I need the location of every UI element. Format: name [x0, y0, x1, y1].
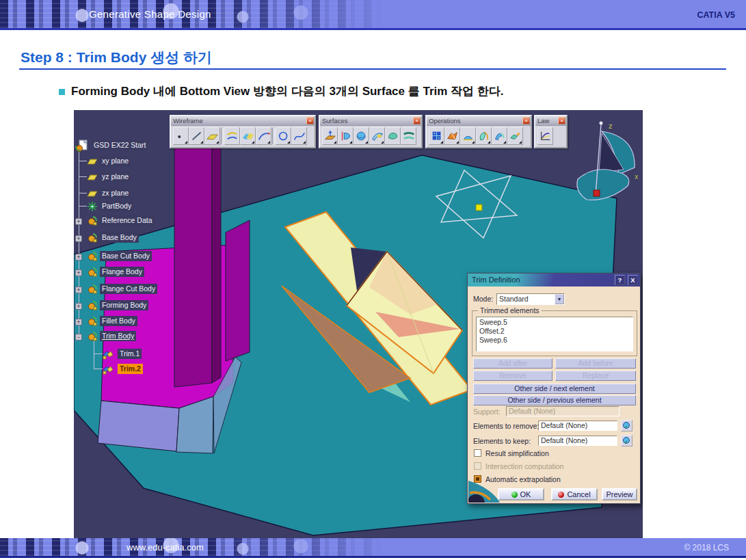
transform-icon[interactable]	[507, 127, 523, 145]
fill-icon[interactable]	[385, 127, 401, 145]
fillet-icon[interactable]	[460, 127, 476, 145]
support-label: Support:	[473, 408, 501, 416]
circle-icon[interactable]	[276, 127, 291, 145]
trim-feature-icon	[103, 349, 114, 360]
toolbar-title[interactable]: Wireframe	[171, 116, 315, 125]
toolbar-operations[interactable]: Operations ×	[425, 115, 532, 148]
replace-button[interactable]: Replace	[555, 371, 636, 381]
tree-item-yz-plane[interactable]: yz plane	[100, 172, 131, 182]
expander-base-cut-body[interactable]: +	[75, 254, 82, 261]
intersection-computation-checkbox[interactable]	[474, 462, 481, 470]
tree-item-trim-body[interactable]: Trim Body	[100, 331, 136, 341]
copyright-label: © 2018 LCS	[684, 543, 729, 552]
toolbar-surfaces[interactable]: Surfaces ×	[319, 115, 423, 148]
chevron-down-icon[interactable]: ▼	[555, 294, 564, 304]
intersection-icon[interactable]	[240, 127, 256, 145]
close-icon[interactable]: ×	[306, 117, 314, 124]
add-after-button[interactable]: Add after	[473, 358, 552, 369]
expander-reference-data[interactable]: +	[75, 218, 82, 225]
law-icon[interactable]	[537, 127, 553, 145]
other-side-previous-button[interactable]: Other side / previous element	[473, 395, 636, 405]
elements-to-keep-field[interactable]: Default (None)	[538, 436, 617, 446]
tree-item-fillet-body[interactable]: Fillet Body	[100, 316, 137, 326]
toolbar-title[interactable]: Operations	[427, 116, 531, 125]
line-icon[interactable]	[189, 127, 204, 145]
tree-item-trim-2-selected[interactable]: Trim.2	[118, 364, 143, 374]
body-icon	[87, 251, 98, 262]
expander-flange-cut-body[interactable]: +	[75, 286, 82, 293]
result-simplification-checkbox[interactable]	[474, 449, 481, 457]
list-item[interactable]: Sweep.5	[479, 318, 630, 327]
list-item[interactable]: Sweep.6	[479, 336, 630, 345]
3d-viewport[interactable]: z x GSD EX22 Start xy plane yz plane zx …	[74, 110, 643, 538]
boundary-icon[interactable]	[476, 127, 492, 145]
remove-button[interactable]: Remove	[473, 371, 552, 381]
close-icon[interactable]: ×	[522, 117, 530, 124]
body-icon	[87, 316, 98, 327]
compass-origin[interactable]	[594, 190, 600, 196]
preview-button[interactable]: Preview	[602, 488, 637, 501]
parallel-curve-icon[interactable]	[256, 127, 271, 145]
tree-item-forming-body[interactable]: Forming Body	[100, 300, 148, 310]
trim-definition-dialog[interactable]: Trim Definition ? X Mode: Standard ▼ Tri…	[467, 273, 641, 504]
split-icon[interactable]	[444, 127, 460, 145]
element-picker-icon[interactable]	[621, 435, 632, 446]
expander-fillet-body[interactable]: +	[75, 319, 82, 325]
blend-icon[interactable]	[401, 127, 416, 145]
tree-item-base-cut-body[interactable]: Base Cut Body	[100, 251, 152, 261]
periwinkle-base-surface[interactable]	[98, 401, 179, 451]
toolbar-title[interactable]: Surfaces	[320, 116, 421, 125]
plane-icon[interactable]	[204, 127, 220, 145]
website-link[interactable]: www.edu-catia.com	[126, 542, 204, 552]
tree-item-reference-data[interactable]: Reference Data	[100, 215, 155, 226]
body-icon	[87, 232, 98, 243]
add-before-button[interactable]: Add before	[555, 358, 636, 369]
join-icon[interactable]	[429, 127, 444, 145]
purple-column-front[interactable]	[174, 139, 212, 387]
toolbar-wireframe[interactable]: Wireframe ×	[170, 115, 316, 148]
expander-forming-body[interactable]: +	[75, 303, 82, 310]
tree-item-base-body[interactable]: Base Body	[100, 232, 139, 243]
tree-item-zx-plane[interactable]: zx plane	[100, 188, 131, 198]
close-icon[interactable]: ×	[413, 117, 421, 124]
tree-item-partbody[interactable]: PartBody	[100, 201, 133, 211]
list-item[interactable]: Offset.2	[479, 327, 630, 336]
expander-trim-body[interactable]: -	[75, 334, 82, 341]
star-center-point[interactable]	[476, 204, 482, 211]
compass-z-label: z	[609, 122, 613, 130]
help-icon[interactable]: ?	[615, 275, 625, 285]
tree-item-root[interactable]: GSD EX22 Start	[92, 140, 148, 150]
purple-column-side[interactable]	[212, 139, 221, 383]
tree-item-flange-body[interactable]: Flange Body	[100, 267, 144, 277]
sweep-icon[interactable]	[369, 127, 385, 145]
body-icon	[87, 284, 98, 295]
header-bar: Generative Shape Design CATIA V5	[0, 0, 746, 30]
trimmed-elements-list[interactable]: Sweep.5 Offset.2 Sweep.6	[476, 317, 633, 351]
expander-base-body[interactable]: +	[75, 235, 82, 242]
spline-icon[interactable]	[291, 127, 307, 145]
close-icon[interactable]: X	[628, 275, 638, 285]
elements-to-remove-label: Elements to remove:	[473, 422, 539, 430]
point-icon[interactable]	[173, 127, 189, 145]
tree-item-xy-plane[interactable]: xy plane	[100, 156, 131, 166]
extrude-icon[interactable]	[322, 127, 338, 145]
elements-to-remove-field[interactable]: Default (None)	[538, 421, 617, 431]
ok-button[interactable]: OK	[498, 488, 544, 501]
cancel-button[interactable]: Cancel	[551, 488, 598, 501]
extract-icon[interactable]	[492, 127, 507, 145]
offset-icon[interactable]	[354, 127, 369, 145]
revolve-icon[interactable]	[338, 127, 354, 145]
purple-panel-surface[interactable]	[226, 220, 250, 361]
toolbar-law[interactable]: Law ×	[534, 115, 568, 148]
dialog-title: Trim Definition	[472, 276, 520, 284]
projection-icon[interactable]	[224, 127, 240, 145]
other-side-next-button[interactable]: Other side / next element	[473, 384, 636, 394]
tree-item-flange-cut-body[interactable]: Flange Cut Body	[100, 284, 157, 294]
ok-green-dot-icon	[511, 492, 518, 498]
tree-item-trim-1[interactable]: Trim.1	[118, 349, 142, 359]
support-field: Default (None)	[506, 406, 620, 416]
element-picker-icon[interactable]	[621, 420, 632, 431]
expander-flange-body[interactable]: +	[75, 269, 82, 276]
partbody-icon	[87, 201, 98, 212]
close-icon[interactable]: ×	[558, 117, 565, 124]
